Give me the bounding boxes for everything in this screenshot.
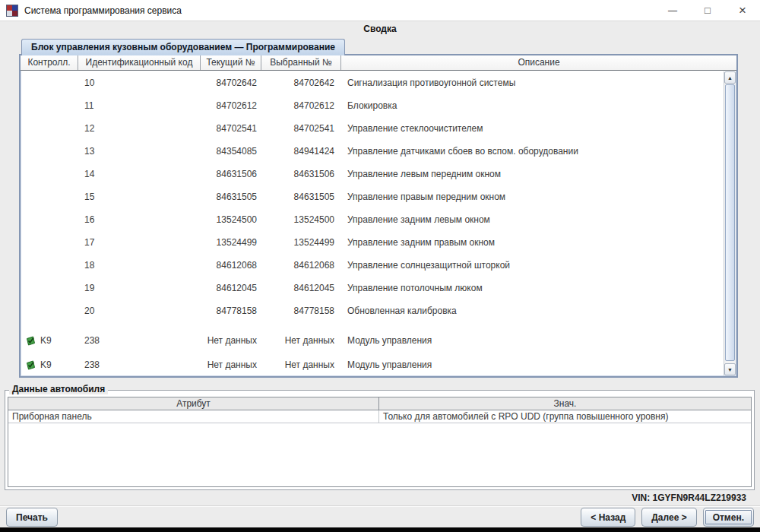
scroll-thumb[interactable] — [725, 84, 735, 361]
id-cell: 10 — [79, 78, 201, 88]
attribute-cell: Приборная панель — [8, 410, 379, 423]
id-cell: 20 — [79, 306, 201, 316]
selected-number-cell: 84631506 — [262, 169, 342, 179]
close-button[interactable]: × — [725, 0, 760, 21]
current-number-cell: 13524499 — [201, 237, 262, 248]
id-cell: 11 — [79, 100, 201, 111]
table-row[interactable]: 15 84631505 84631505 Управление правым п… — [21, 185, 724, 208]
minimize-button[interactable]: — — [655, 0, 690, 21]
controller-label: K9 — [40, 335, 52, 346]
table-row[interactable]: 16 13524500 13524500 Управление задним л… — [21, 208, 724, 231]
main-table-panel: Контролл. Идентификационный код Текущий … — [19, 54, 738, 378]
id-cell: 238 — [79, 359, 201, 370]
vertical-scrollbar[interactable]: ▲ ▼ — [724, 71, 736, 375]
page-title: Сводка — [0, 24, 760, 34]
current-number-cell: 84631505 — [201, 192, 262, 202]
selected-number-cell: 84612068 — [262, 260, 342, 271]
id-cell: 15 — [79, 192, 201, 202]
description-cell: Сигнализация противоугонной системы — [342, 78, 724, 88]
selected-number-cell: 84631505 — [262, 192, 342, 202]
window-title: Система программирования сервиса — [24, 5, 182, 16]
vehicle-row[interactable]: Приборная панель Только для автомобилей … — [8, 410, 751, 423]
id-cell: 13 — [79, 146, 201, 157]
description-cell: Управление задним левым окном — [342, 214, 724, 225]
current-number-cell: 84354085 — [201, 146, 262, 157]
tab-programming[interactable]: Блок управления кузовным оборудованием —… — [21, 39, 345, 55]
description-cell: Обновленная калибровка — [342, 306, 724, 316]
controller-cell: K9 — [21, 359, 79, 370]
table-row[interactable]: 19 84612045 84612045 Управление потолочн… — [21, 277, 724, 299]
column-header-current-number[interactable]: Текущий № — [201, 55, 261, 70]
vehicle-table: Атрибут Знач. Приборная панель Только дл… — [8, 397, 752, 487]
description-cell: Управление правым передним окном — [342, 192, 724, 202]
table-row[interactable]: K9 238 Нет данных Нет данных Модуль упра… — [21, 353, 724, 375]
table-row[interactable]: K9 238 Нет данных Нет данных Модуль упра… — [21, 328, 724, 353]
selected-number-cell: Нет данных — [262, 335, 342, 346]
table-row[interactable]: 14 84631506 84631506 Управление левым пе… — [21, 163, 724, 185]
description-cell: Управление датчиками сбоев во вспом. обо… — [342, 146, 724, 157]
main-table-header: Контролл. Идентификационный код Текущий … — [21, 55, 736, 71]
id-cell: 238 — [79, 335, 201, 346]
table-row[interactable]: 11 84702612 84702612 Блокировка — [21, 94, 724, 117]
column-header-identification-code[interactable]: Идентификационный код — [78, 55, 201, 70]
column-header-controller[interactable]: Контролл. — [21, 55, 78, 70]
current-number-cell: Нет данных — [201, 335, 262, 346]
scroll-down-button[interactable]: ▼ — [724, 363, 736, 375]
current-number-cell: 84702612 — [201, 100, 262, 111]
vehicle-data-panel: Данные автомобиля Атрибут Знач. Приборна… — [5, 390, 755, 490]
current-number-cell: 84631506 — [201, 169, 262, 179]
cancel-button[interactable]: Отмен. — [703, 508, 754, 527]
id-cell: 16 — [79, 214, 201, 225]
id-cell: 12 — [79, 123, 201, 134]
id-cell: 18 — [79, 260, 201, 271]
description-cell: Управление солнцезащитной шторкой — [342, 260, 724, 271]
current-number-cell: 84778158 — [201, 306, 262, 316]
description-cell: Модуль управления — [342, 359, 724, 370]
vin-label: VIN: 1GYFN9R44LZ219933 — [632, 492, 746, 503]
column-header-value[interactable]: Знач. — [379, 397, 751, 410]
column-header-attribute[interactable]: Атрибут — [8, 397, 379, 410]
current-number-cell: 84702541 — [201, 123, 262, 134]
description-cell: Управление левым передним окном — [342, 169, 724, 179]
bottom-bar — [0, 527, 760, 532]
value-cell: Только для автомобилей с RPO UDD (группа… — [379, 410, 751, 423]
table-row[interactable]: 12 84702541 84702541 Управление стеклооч… — [21, 117, 724, 140]
button-bar: Печать < Назад Далее > Отмен. — [6, 508, 754, 527]
selected-number-cell: 84778158 — [262, 306, 342, 316]
current-number-cell: Нет данных — [201, 359, 262, 370]
next-button[interactable]: Далее > — [641, 508, 696, 527]
window-controls: — □ × — [655, 0, 760, 21]
scroll-up-button[interactable]: ▲ — [724, 71, 736, 84]
table-row[interactable]: 20 84778158 84778158 Обновленная калибро… — [21, 299, 724, 322]
vehicle-table-header: Атрибут Знач. — [8, 397, 751, 410]
selected-number-cell: 84941424 — [262, 146, 342, 157]
current-number-cell: 13524500 — [201, 214, 262, 225]
vehicle-panel-title: Данные автомобиля — [9, 384, 108, 394]
description-cell: Управление задним правым окном — [342, 237, 724, 248]
current-number-cell: 84702642 — [201, 78, 262, 88]
description-cell: Блокировка — [342, 100, 724, 111]
selected-number-cell: 84702541 — [262, 123, 342, 134]
current-number-cell: 84612068 — [201, 260, 262, 271]
column-header-selected-number[interactable]: Выбранный № — [261, 55, 341, 70]
id-cell: 17 — [79, 237, 201, 248]
description-cell: Управление потолочным люком — [342, 283, 724, 293]
table-row[interactable]: 18 84612068 84612068 Управление солнцеза… — [21, 254, 724, 277]
table-row[interactable]: 17 13524499 13524499 Управление задним п… — [21, 231, 724, 254]
maximize-button[interactable]: □ — [690, 0, 725, 21]
selected-number-cell: 84612045 — [262, 283, 342, 293]
row-gap — [21, 322, 724, 328]
id-cell: 14 — [79, 169, 201, 179]
selected-number-cell: Нет данных — [262, 359, 342, 370]
checked-icon — [26, 336, 36, 346]
selected-number-cell: 13524500 — [262, 214, 342, 225]
print-button[interactable]: Печать — [6, 508, 58, 527]
id-cell: 19 — [79, 283, 201, 293]
main-table-body: 10 84702642 84702642 Сигнализация против… — [21, 71, 724, 375]
column-header-description[interactable]: Описание — [341, 55, 736, 70]
description-cell: Управление стеклоочистителем — [342, 123, 724, 134]
controller-label: K9 — [40, 359, 52, 370]
back-button[interactable]: < Назад — [581, 508, 635, 527]
table-row[interactable]: 10 84702642 84702642 Сигнализация против… — [21, 71, 724, 94]
table-row[interactable]: 13 84354085 84941424 Управление датчикам… — [21, 140, 724, 163]
